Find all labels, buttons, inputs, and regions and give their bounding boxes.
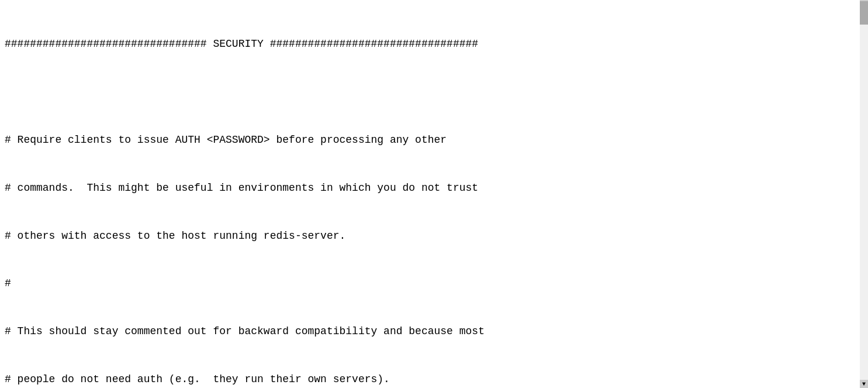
line-4: # commands. This might be useful in envi… (5, 180, 856, 197)
line-1: ################################ SECURIT… (5, 36, 856, 53)
scroll-down-button[interactable]: ▼ (860, 380, 868, 388)
line-3: # Require clients to issue AUTH <PASSWOR… (5, 132, 856, 149)
scrollbar-thumb[interactable] (860, 1, 868, 25)
line-5: # others with access to the host running… (5, 228, 856, 245)
line-8: # people do not need auth (e.g. they run… (5, 372, 856, 388)
line-6: # (5, 276, 856, 292)
line-7: # This should stay commented out for bac… (5, 324, 856, 340)
text-editor: ################################ SECURIT… (0, 0, 868, 388)
scrollbar-track: ▲ ▼ (860, 0, 868, 388)
line-2 (5, 84, 856, 101)
